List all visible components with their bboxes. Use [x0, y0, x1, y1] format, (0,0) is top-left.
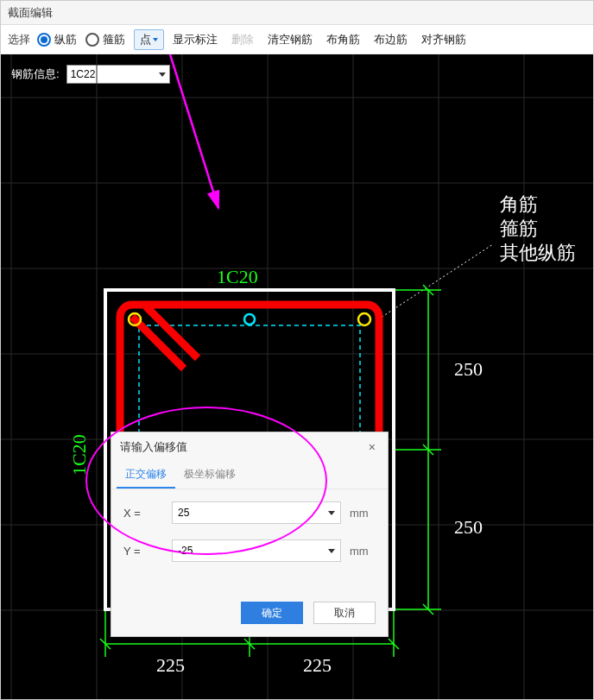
section-top-label: 1C20	[217, 266, 258, 288]
chevron-down-icon	[153, 38, 158, 41]
svg-point-24	[244, 314, 255, 325]
delete-button[interactable]: 删除	[226, 30, 259, 49]
tab-ortho[interactable]: 正交偏移	[117, 462, 175, 489]
section-editor-window: 截面编辑 选择 纵筋 箍筋 点 显示标注 删除 清空钢筋 布角筋 布边筋 对齐钢…	[0, 0, 594, 700]
svg-point-21	[358, 313, 370, 325]
dim-bottom-1: 225	[156, 654, 185, 677]
row-y: Y = -25 mm	[123, 539, 376, 562]
svg-line-18	[132, 317, 184, 369]
dim-right-1: 250	[454, 358, 483, 381]
x-input[interactable]: 25	[172, 501, 341, 524]
window-title: 截面编辑	[8, 5, 53, 21]
titlebar: 截面编辑	[1, 1, 593, 25]
close-icon[interactable]: ×	[365, 438, 379, 456]
y-unit: mm	[350, 545, 376, 558]
legend-other: 其他纵筋	[500, 241, 576, 265]
x-value: 25	[178, 507, 189, 519]
point-label: 点	[140, 32, 151, 47]
section-left-label: 1C20	[68, 434, 91, 476]
dialog-title: 请输入偏移值	[120, 439, 187, 455]
dialog-tabs: 正交偏移 极坐标偏移	[111, 462, 388, 489]
ok-button[interactable]: 确定	[241, 602, 303, 624]
chevron-down-icon	[328, 511, 335, 515]
chevron-down-icon	[328, 549, 335, 553]
dialog-header: 请输入偏移值 ×	[111, 432, 388, 462]
select-label: 选择	[8, 32, 30, 47]
clear-rebar-button[interactable]: 清空钢筋	[262, 30, 318, 49]
svg-line-19	[146, 306, 198, 358]
y-label: Y =	[123, 545, 163, 558]
x-unit: mm	[350, 507, 376, 520]
align-rebar-button[interactable]: 对齐钢筋	[416, 30, 471, 49]
legend-stirrup: 箍筋	[500, 217, 576, 241]
radio-stirrup[interactable]: 箍筋	[85, 32, 125, 47]
dialog-body: X = 25 mm Y = -25 mm	[111, 489, 388, 593]
dim-bottom-2: 225	[303, 654, 332, 677]
row-x: X = 25 mm	[123, 501, 376, 524]
point-dropdown[interactable]: 点	[134, 29, 164, 50]
radio-label: 纵筋	[54, 32, 77, 47]
radio-icon	[37, 33, 51, 47]
cancel-button[interactable]: 取消	[313, 602, 376, 624]
radio-longitudinal[interactable]: 纵筋	[37, 32, 77, 47]
toolbar: 选择 纵筋 箍筋 点 显示标注 删除 清空钢筋 布角筋 布边筋 对齐钢筋	[1, 25, 593, 54]
corner-bar-button[interactable]: 布角筋	[321, 30, 365, 49]
radio-icon	[85, 33, 99, 47]
y-value: -25	[178, 545, 193, 557]
edge-bar-button[interactable]: 布边筋	[369, 30, 413, 49]
show-annotation-button[interactable]: 显示标注	[167, 30, 223, 49]
offset-dialog: 请输入偏移值 × 正交偏移 极坐标偏移 X = 25 mm Y =	[111, 432, 389, 637]
dialog-footer: 确定 取消	[111, 593, 388, 636]
y-input[interactable]: -25	[172, 539, 341, 562]
tab-polar[interactable]: 极坐标偏移	[175, 462, 244, 489]
legend: 角筋 箍筋 其他纵筋	[500, 192, 576, 265]
radio-label: 箍筋	[103, 32, 125, 47]
dim-right-2: 250	[454, 516, 483, 539]
legend-corner: 角筋	[500, 192, 576, 217]
canvas[interactable]: 钢筋信息: 1C22	[1, 54, 593, 699]
x-label: X =	[123, 507, 163, 520]
